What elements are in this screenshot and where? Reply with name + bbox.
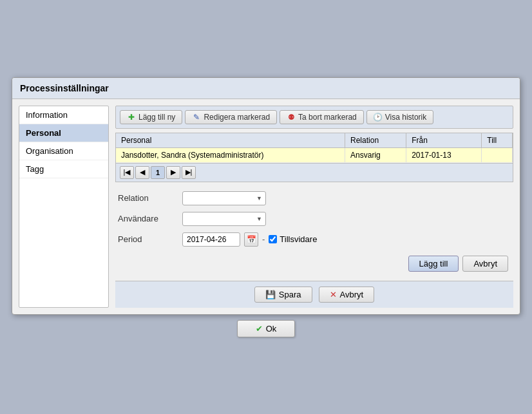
period-label: Period <box>118 234 176 244</box>
cell-till <box>482 147 513 162</box>
calendar-button[interactable]: 📅 <box>244 232 258 247</box>
relation-select[interactable] <box>182 191 266 205</box>
remove-icon: ⚉ <box>287 113 296 122</box>
add-new-button[interactable]: ✚ Lägg till ny <box>120 110 182 124</box>
process-dialog: Processinställningar Information Persona… <box>12 77 520 315</box>
period-dash: - <box>262 234 265 244</box>
relation-label: Relation <box>118 193 176 203</box>
next-page-button[interactable]: ▶ <box>166 166 180 179</box>
anvandare-row: Användare <box>118 212 511 226</box>
anvandare-select[interactable] <box>182 212 266 226</box>
history-icon: 🕑 <box>374 113 383 122</box>
form-section: Relation Användare <box>115 186 513 277</box>
cell-fran: 2017-01-13 <box>406 147 482 162</box>
sidebar-item-information[interactable]: Information <box>19 106 108 124</box>
remove-button[interactable]: ⚉ Ta bort markerad <box>280 110 364 124</box>
sidebar-item-personal[interactable]: Personal <box>19 124 108 142</box>
pagination: |◀ ◀ 1 ▶ ▶| <box>116 163 513 182</box>
anvandare-select-wrapper <box>182 212 266 226</box>
col-personal: Personal <box>116 133 345 148</box>
col-fran: Från <box>406 133 482 148</box>
dialog-footer: 💾 Spara ✕ Avbryt <box>115 281 513 308</box>
add-icon: ✚ <box>127 113 136 122</box>
relation-select-wrapper <box>182 191 266 205</box>
sidebar: Information Personal Organisation Tagg <box>19 106 109 308</box>
sidebar-item-tagg[interactable]: Tagg <box>19 160 108 178</box>
data-table-container: Personal Relation Från Till Jansdotter, … <box>115 133 513 182</box>
cell-relation: Ansvarig <box>345 147 406 162</box>
lagg-till-button[interactable]: Lägg till <box>408 256 459 272</box>
history-button[interactable]: 🕑 Visa historik <box>366 110 433 124</box>
current-page-button[interactable]: 1 <box>151 166 165 179</box>
checkmark-icon: ✔ <box>256 324 263 334</box>
dialog-title: Processinställningar <box>12 78 520 99</box>
cancel-icon: ✕ <box>330 290 337 299</box>
period-wrapper: 📅 - Tillsvidare <box>182 232 317 247</box>
anvandare-label: Användare <box>118 214 176 223</box>
col-relation: Relation <box>345 133 406 148</box>
edit-button[interactable]: ✎ Redigera markerad <box>185 110 277 124</box>
avbryt-form-button[interactable]: Avbryt <box>462 256 508 272</box>
tillsvidare-label[interactable]: Tillsvidare <box>269 234 317 244</box>
relation-row: Relation <box>118 191 511 205</box>
tillsvidare-checkbox[interactable] <box>269 235 277 243</box>
save-icon: 💾 <box>265 290 276 299</box>
avbryt-button[interactable]: ✕ Avbryt <box>319 287 375 303</box>
col-till: Till <box>482 133 513 148</box>
cell-personal: Jansdotter, Sandra (Systemadministratör) <box>116 147 345 162</box>
ok-button[interactable]: ✔ Ok <box>237 320 296 337</box>
toolbar: ✚ Lägg till ny ✎ Redigera markerad ⚉ Ta … <box>115 106 513 129</box>
edit-icon: ✎ <box>192 113 201 122</box>
period-row: Period 📅 - Tillsvidare <box>118 232 511 247</box>
spara-button[interactable]: 💾 Spara <box>254 287 312 303</box>
first-page-button[interactable]: |◀ <box>120 166 134 179</box>
sidebar-item-organisation[interactable]: Organisation <box>19 142 108 160</box>
data-table: Personal Relation Från Till Jansdotter, … <box>116 133 513 163</box>
prev-page-button[interactable]: ◀ <box>135 166 149 179</box>
period-from-input[interactable] <box>182 232 240 247</box>
main-content: ✚ Lägg till ny ✎ Redigera markerad ⚉ Ta … <box>115 106 513 308</box>
table-row[interactable]: Jansdotter, Sandra (Systemadministratör)… <box>116 147 513 162</box>
form-action-row: Lägg till Avbryt <box>118 253 511 272</box>
last-page-button[interactable]: ▶| <box>182 166 196 179</box>
